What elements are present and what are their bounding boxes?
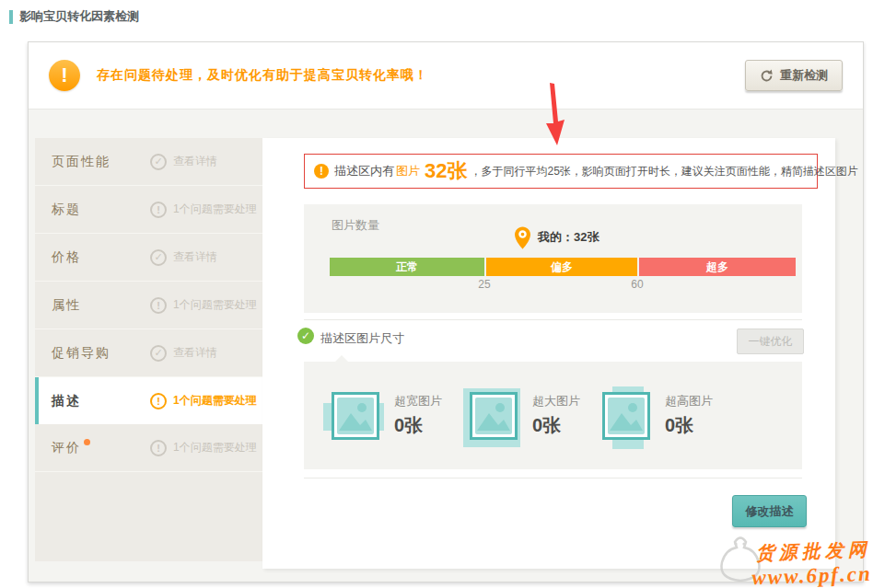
sidebar-item-price[interactable]: 价格 ✓ 查看详情 [35, 234, 262, 282]
sidebar-item-status: 查看详情 [173, 249, 217, 265]
check-icon: ✓ [297, 328, 314, 344]
size-item-count: 0张 [532, 413, 580, 438]
gauge-segment-high: 偏多 [486, 258, 637, 276]
size-item-wide: 超宽图片 0张 [332, 362, 442, 469]
check-icon: ✓ [150, 249, 167, 266]
sidebar-item-description[interactable]: 描述 ! 1个问题需要处理 [35, 377, 262, 424]
alert-prefix: 描述区内有 [334, 163, 394, 179]
sidebar-item-status: 1个问题需要处理 [173, 202, 257, 217]
content-panel: ! 描述区内有 图片 32张 ，多于同行平均25张，影响页面打开时长，建议关注页… [262, 138, 835, 569]
page-title: 影响宝贝转化因素检测 [9, 8, 139, 25]
notice-message: 存在问题待处理，及时优化有助于提高宝贝转化率哦！ [97, 67, 428, 84]
image-size-panel: 超宽图片 0张 超大图片 0张 [304, 362, 802, 469]
page-title-text: 影响宝贝转化因素检测 [19, 8, 139, 25]
check-icon: ✓ [150, 345, 167, 362]
sidebar: 页面性能 ✓ 查看详情 标题 ! 1个问题需要处理 价格 ✓ 查看详情 属性 !… [35, 138, 262, 561]
warning-icon: ! [150, 440, 167, 456]
warning-icon: ! [314, 164, 329, 179]
sidebar-item-label: 属性 [52, 297, 150, 314]
edit-description-button[interactable]: 修改描述 [732, 495, 807, 527]
sidebar-item-label: 促销导购 [52, 345, 150, 362]
main-container: ! 存在问题待处理，及时优化有助于提高宝贝转化率哦！ 重新检测 页面性能 ✓ 查… [28, 41, 864, 582]
sidebar-item-status: 1个问题需要处理 [173, 393, 257, 409]
my-count-marker: 我的：32张 [515, 226, 599, 249]
location-pin-icon [515, 226, 530, 249]
sidebar-item-label: 描述 [52, 393, 150, 409]
warning-icon: ! [49, 60, 80, 91]
size-item-count: 0张 [394, 413, 442, 438]
size-item-label: 超高图片 [665, 393, 713, 409]
check-icon: ✓ [150, 154, 167, 170]
sidebar-item-label: 页面性能 [52, 154, 150, 170]
size-item-large: 超大图片 0张 [470, 362, 580, 469]
large-image-icon [470, 392, 518, 440]
warning-icon: ! [150, 393, 167, 409]
my-count-label: 我的：32张 [538, 226, 599, 246]
sidebar-item-attributes[interactable]: 属性 ! 1个问题需要处理 [35, 282, 262, 329]
size-item-label: 超宽图片 [394, 393, 442, 409]
watermark: 货源批发网 www.6pf.cn [716, 531, 871, 588]
sidebar-item-status: 查看详情 [173, 154, 217, 169]
gauge-segment-normal: 正常 [330, 258, 484, 276]
alert-suffix: ，多于同行平均25张，影响页面打开时长，建议关注页面性能，精简描述区图片 [470, 164, 857, 179]
sidebar-item-label: 评价 [52, 440, 150, 456]
tall-image-icon [602, 392, 650, 440]
divider [304, 319, 802, 320]
alert-highlight: 图片 [396, 163, 420, 179]
sidebar-item-label: 价格 [52, 249, 150, 266]
optimize-button[interactable]: 一键优化 [737, 329, 804, 354]
sidebar-item-performance[interactable]: 页面性能 ✓ 查看详情 [35, 138, 262, 186]
sidebar-item-status: 1个问题需要处理 [173, 440, 257, 455]
recheck-button[interactable]: 重新检测 [745, 60, 843, 91]
size-item-tall: 超高图片 0张 [602, 362, 713, 469]
size-item-count: 0张 [665, 413, 713, 438]
divider [304, 478, 802, 478]
sidebar-item-label: 标题 [52, 202, 150, 218]
sidebar-item-title[interactable]: 标题 ! 1个问题需要处理 [35, 186, 262, 234]
wide-image-icon [332, 392, 379, 440]
image-count-gauge: 正常 偏多 超多 [330, 258, 796, 276]
sidebar-item-reviews[interactable]: 评价 ! 1个问题需要处理 [35, 424, 262, 472]
sidebar-item-status: 查看详情 [173, 345, 217, 361]
sidebar-item-promotion[interactable]: 促销导购 ✓ 查看详情 [35, 329, 262, 377]
warning-icon: ! [150, 297, 167, 314]
image-size-title: 描述区图片尺寸 [320, 330, 404, 347]
image-count-title: 图片数量 [332, 217, 379, 234]
refresh-icon [760, 69, 774, 83]
size-item-label: 超大图片 [532, 393, 580, 409]
recheck-label: 重新检测 [780, 67, 828, 84]
watermark-line2: www.6pf.cn [751, 562, 872, 588]
warning-icon: ! [150, 202, 167, 218]
description-alert: ! 描述区内有 图片 32张 ，多于同行平均25张，影响页面打开时长，建议关注页… [304, 154, 818, 189]
sidebar-item-status: 1个问题需要处理 [173, 297, 257, 313]
notification-dot [84, 439, 90, 445]
annotation-arrow-icon [545, 83, 569, 147]
title-accent-bar [9, 10, 13, 24]
gauge-tick-25: 25 [478, 278, 490, 291]
gauge-tick-60: 60 [631, 278, 643, 291]
gauge-segment-over: 超多 [639, 258, 796, 276]
notice-bar: ! 存在问题待处理，及时优化有助于提高宝贝转化率哦！ 重新检测 [29, 42, 863, 110]
alert-count: 32张 [425, 157, 467, 185]
image-count-panel: 图片数量 我的：32张 正常 偏多 超多 25 60 [304, 204, 802, 313]
